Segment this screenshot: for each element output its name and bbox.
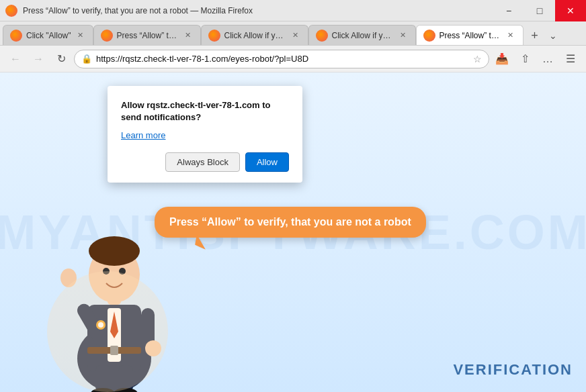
titlebar: Press “Allow” to verify, that you are no… bbox=[0, 0, 586, 21]
tab-4[interactable]: Click Allow if you … ✕ bbox=[308, 25, 416, 45]
tab-close-4[interactable]: ✕ bbox=[398, 30, 409, 41]
pocket-button[interactable]: 📥 bbox=[492, 50, 512, 68]
svg-point-10 bbox=[89, 236, 140, 266]
tab-favicon-3 bbox=[208, 30, 220, 42]
firefox-logo-icon bbox=[5, 5, 17, 17]
titlebar-controls: − □ ✕ bbox=[493, 0, 586, 21]
new-tab-button[interactable]: + bbox=[525, 26, 545, 45]
tab-5[interactable]: Press “Allow” to ve… ✕ bbox=[416, 25, 524, 45]
navbar: ← → ↻ 🔒 ☆ 📥 ⇧ … ☰ bbox=[0, 46, 586, 72]
tab-2[interactable]: Press “Allow” to ve… ✕ bbox=[93, 25, 201, 45]
tab-label-3: Click Allow if you … bbox=[224, 31, 286, 40]
tab-label-4: Click Allow if you … bbox=[332, 31, 394, 40]
maximize-button[interactable]: □ bbox=[524, 0, 555, 21]
nav-right-buttons: 📥 ⇧ … ☰ bbox=[492, 50, 581, 68]
close-button[interactable]: ✕ bbox=[555, 0, 586, 21]
verification-text: VERIFICATION bbox=[453, 361, 573, 379]
allow-button[interactable]: Allow bbox=[245, 152, 289, 172]
tab-label-1: Click "Allow" bbox=[26, 31, 71, 40]
tab-list-button[interactable]: ⌄ bbox=[545, 26, 561, 45]
notification-popup: Allow rqstz.check-tl-ver-78-1.com to sen… bbox=[108, 86, 302, 183]
tab-favicon-1 bbox=[10, 30, 22, 42]
tab-1[interactable]: Click "Allow" ✕ bbox=[3, 25, 93, 45]
bookmark-star-icon[interactable]: ☆ bbox=[473, 54, 482, 64]
notification-buttons: Always Block Allow bbox=[121, 152, 289, 172]
tab-label-5: Press “Allow” to ve… bbox=[440, 31, 501, 40]
tabbar: Click "Allow" ✕ Press “Allow” to ve… ✕ C… bbox=[0, 21, 586, 46]
address-bar-wrapper: 🔒 ☆ bbox=[74, 50, 489, 68]
tab-label-2: Press “Allow” to ve… bbox=[117, 31, 179, 40]
forward-button[interactable]: → bbox=[28, 50, 48, 68]
address-input[interactable] bbox=[96, 54, 469, 64]
tab-favicon-2 bbox=[101, 30, 113, 42]
tab-favicon-5 bbox=[423, 30, 435, 42]
notification-title: Allow rqstz.check-tl-ver-78-1.com to sen… bbox=[121, 99, 289, 124]
back-button[interactable]: ← bbox=[5, 50, 26, 68]
tab-close-1[interactable]: ✕ bbox=[75, 30, 86, 41]
tab-close-2[interactable]: ✕ bbox=[183, 30, 194, 41]
menu-button[interactable]: ☰ bbox=[560, 50, 581, 68]
learn-more-link[interactable]: Learn more bbox=[121, 130, 165, 140]
character-background-circle bbox=[47, 271, 168, 392]
tab-3[interactable]: Click Allow if you … ✕ bbox=[201, 25, 308, 45]
tab-close-5[interactable]: ✕ bbox=[505, 30, 516, 41]
minimize-button[interactable]: − bbox=[493, 0, 524, 21]
speech-bubble: Press “Allow” to verify, that you are no… bbox=[155, 207, 426, 238]
share-button[interactable]: ⇧ bbox=[515, 50, 535, 68]
titlebar-title: Press “Allow” to verify, that you are no… bbox=[23, 6, 253, 15]
tab-favicon-4 bbox=[316, 30, 328, 42]
refresh-button[interactable]: ↻ bbox=[51, 50, 71, 68]
page-content: MYANTISPYWARE.COM Allow rqstz.check-tl-v… bbox=[0, 72, 586, 392]
more-tools-button[interactable]: … bbox=[538, 50, 558, 68]
titlebar-left: Press “Allow” to verify, that you are no… bbox=[5, 5, 253, 17]
tab-close-3[interactable]: ✕ bbox=[290, 30, 301, 41]
always-block-button[interactable]: Always Block bbox=[165, 152, 240, 172]
lock-icon: 🔒 bbox=[81, 54, 92, 64]
speech-bubble-text: Press “Allow” to verify, that you are no… bbox=[169, 216, 411, 228]
